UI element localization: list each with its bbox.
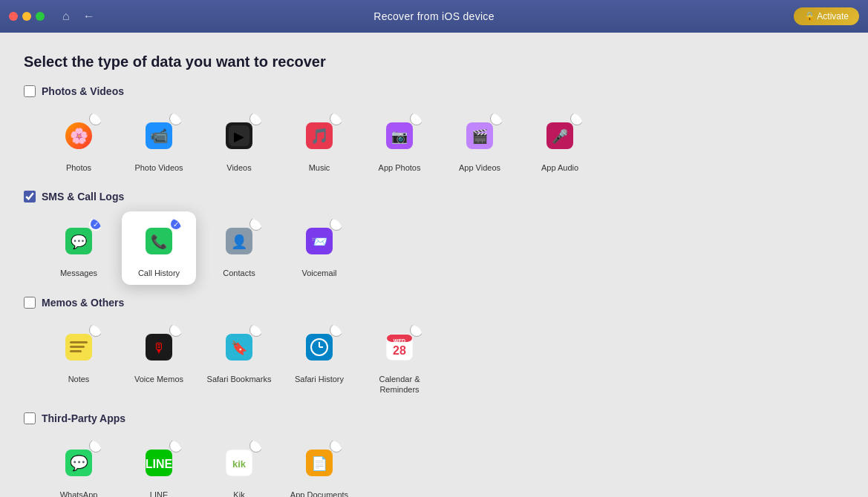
svg-text:🎬: 🎬 xyxy=(471,128,489,145)
app-item-contacts[interactable]: 👤Contacts xyxy=(202,211,276,284)
app-item-notes[interactable]: Notes xyxy=(42,317,116,401)
svg-text:🌸: 🌸 xyxy=(70,127,88,145)
app-item-music[interactable]: 🎵Music xyxy=(282,106,356,179)
category-memos-others: Memos & OthersNotes🎙Voice Memos🔖Safari B… xyxy=(24,297,844,401)
app-item-voice-memos[interactable]: 🎙Voice Memos xyxy=(122,317,196,401)
app-uncheck-app-videos xyxy=(490,113,502,125)
app-item-calendar[interactable]: WED28Calendar & Reminders xyxy=(362,317,437,401)
app-name-app-videos: App Videos xyxy=(459,162,500,173)
app-uncheck-contacts xyxy=(249,219,261,231)
back-button[interactable]: ← xyxy=(80,7,98,26)
categories-container: Photos & Videos🌸Photos📹Photo Videos▶Vide… xyxy=(24,85,844,497)
app-uncheck-line xyxy=(169,441,181,452)
svg-text:28: 28 xyxy=(393,344,406,357)
app-grid-sms-call-logs: 💬✓Messages📞✓Call History👤Contacts📨Voicem… xyxy=(24,211,844,284)
app-icon-line: LINE xyxy=(137,441,181,485)
category-checkbox-sms-call-logs[interactable] xyxy=(24,191,36,203)
app-item-app-documents[interactable]: 📄App Documents xyxy=(282,433,356,497)
app-name-voicemail: Voicemail xyxy=(301,268,336,278)
app-icon-app-documents: 📄 xyxy=(297,441,342,485)
app-name-call-history: Call History xyxy=(138,268,180,278)
svg-text:🎵: 🎵 xyxy=(310,127,329,145)
app-icon-app-audio: 🎤 xyxy=(538,113,582,158)
app-uncheck-app-photos xyxy=(410,113,422,125)
nav-buttons: ⌂ ← xyxy=(59,7,98,26)
app-uncheck-photos xyxy=(89,113,101,125)
category-header-third-party-apps: Third-Party Apps xyxy=(24,412,844,424)
svg-text:💬: 💬 xyxy=(70,454,88,472)
app-grid-third-party-apps: 💬WhatsAppLINELINEkikKik📄App Documents xyxy=(24,433,844,497)
app-icon-voice-memos: 🎙 xyxy=(137,325,181,369)
app-grid-photos-videos: 🌸Photos📹Photo Videos▶Videos🎵Music📷App Ph… xyxy=(24,106,844,179)
app-icon-messages: 💬✓ xyxy=(56,219,101,263)
app-name-music: Music xyxy=(309,162,330,173)
app-name-app-documents: App Documents xyxy=(290,490,348,497)
app-icon-photos: 🌸 xyxy=(56,113,101,158)
svg-text:▶: ▶ xyxy=(234,129,244,144)
app-name-app-audio: App Audio xyxy=(541,162,578,173)
app-uncheck-music xyxy=(330,113,342,125)
category-header-sms-call-logs: SMS & Call Logs xyxy=(24,191,844,203)
minimize-button[interactable] xyxy=(22,12,31,21)
home-button[interactable]: ⌂ xyxy=(59,7,73,26)
app-icon-app-photos: 📷 xyxy=(377,113,422,158)
svg-text:📞: 📞 xyxy=(151,234,168,250)
app-name-safari-bookmarks: Safari Bookmarks xyxy=(207,374,272,384)
app-name-line: LINE xyxy=(150,490,168,497)
app-name-photos: Photos xyxy=(66,162,91,173)
app-name-whatsapp: WhatsApp xyxy=(60,490,98,497)
category-label-third-party-apps: Third-Party Apps xyxy=(42,412,125,424)
app-uncheck-app-audio xyxy=(570,113,582,125)
app-name-calendar: Calendar & Reminders xyxy=(367,374,432,395)
app-item-messages[interactable]: 💬✓Messages xyxy=(42,211,116,284)
app-icon-voicemail: 📨 xyxy=(297,219,342,263)
maximize-button[interactable] xyxy=(36,12,45,21)
app-item-safari-history[interactable]: Safari History xyxy=(282,317,356,401)
category-checkbox-photos-videos[interactable] xyxy=(24,85,36,97)
app-name-voice-memos: Voice Memos xyxy=(134,374,183,384)
app-uncheck-safari-history xyxy=(330,325,342,337)
svg-text:WED: WED xyxy=(394,338,405,343)
app-item-videos[interactable]: ▶Videos xyxy=(202,106,276,179)
app-name-app-photos: App Photos xyxy=(379,162,421,173)
svg-text:📹: 📹 xyxy=(150,127,169,145)
svg-text:🎤: 🎤 xyxy=(552,128,569,145)
app-item-app-photos[interactable]: 📷App Photos xyxy=(362,106,437,179)
svg-text:📷: 📷 xyxy=(391,128,408,145)
app-icon-safari-history xyxy=(297,325,342,369)
app-uncheck-voice-memos xyxy=(169,325,181,337)
app-uncheck-app-documents xyxy=(330,441,342,452)
app-item-whatsapp[interactable]: 💬WhatsApp xyxy=(42,433,116,497)
app-item-app-videos[interactable]: 🎬App Videos xyxy=(443,106,517,179)
app-uncheck-calendar xyxy=(410,325,422,337)
app-item-line[interactable]: LINELINE xyxy=(122,433,196,497)
app-uncheck-notes xyxy=(89,325,101,337)
app-item-call-history[interactable]: 📞✓Call History xyxy=(122,211,196,284)
app-item-photos[interactable]: 🌸Photos xyxy=(42,106,116,179)
app-icon-notes xyxy=(56,325,101,369)
category-checkbox-memos-others[interactable] xyxy=(24,297,36,309)
app-check-messages: ✓ xyxy=(89,219,101,231)
svg-text:👤: 👤 xyxy=(231,234,248,250)
window-controls xyxy=(9,12,45,21)
app-item-photo-videos[interactable]: 📹Photo Videos xyxy=(122,106,196,179)
app-icon-call-history: 📞✓ xyxy=(137,219,181,263)
category-header-photos-videos: Photos & Videos xyxy=(24,85,844,97)
app-name-photo-videos: Photo Videos xyxy=(134,162,183,173)
app-item-safari-bookmarks[interactable]: 🔖Safari Bookmarks xyxy=(202,317,276,401)
main-content: Select the type of data you want to reco… xyxy=(0,33,868,497)
app-item-app-audio[interactable]: 🎤App Audio xyxy=(523,106,597,179)
app-check-call-history: ✓ xyxy=(169,219,181,231)
category-checkbox-third-party-apps[interactable] xyxy=(24,412,36,424)
close-button[interactable] xyxy=(9,12,18,21)
svg-rect-26 xyxy=(70,350,82,352)
app-item-kik[interactable]: kikKik xyxy=(202,433,276,497)
svg-text:🎙: 🎙 xyxy=(152,340,166,355)
category-sms-call-logs: SMS & Call Logs💬✓Messages📞✓Call History👤… xyxy=(24,191,844,284)
svg-text:💬: 💬 xyxy=(71,234,88,250)
app-icon-videos: ▶ xyxy=(217,113,261,158)
app-name-messages: Messages xyxy=(60,268,97,278)
activate-button[interactable]: 🔒 Activate xyxy=(794,7,859,25)
app-uncheck-safari-bookmarks xyxy=(249,325,261,337)
app-item-voicemail[interactable]: 📨Voicemail xyxy=(282,211,356,284)
